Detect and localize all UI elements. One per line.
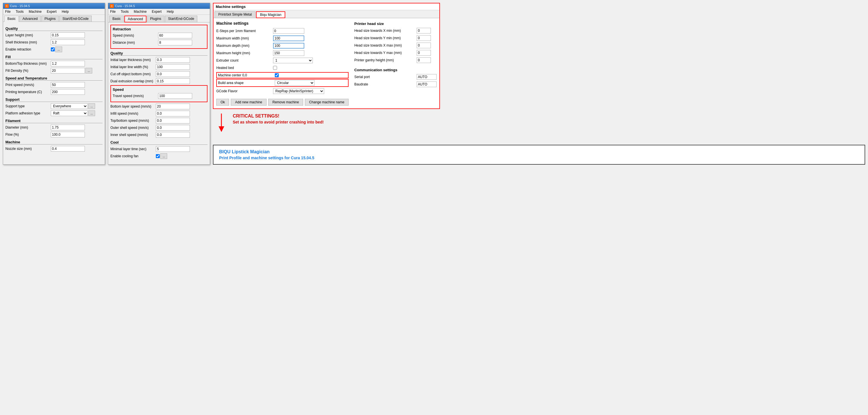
gantry-height-label: Printer gantry height (mm) — [354, 58, 417, 62]
infill-speed-input[interactable] — [156, 111, 190, 116]
menu-machine-2[interactable]: Machine — [133, 9, 147, 14]
tab-startend-2[interactable]: Start/End-GCode — [165, 15, 197, 22]
retraction-distance-input[interactable] — [158, 40, 192, 45]
max-height-input[interactable] — [273, 50, 304, 56]
menu-expert-2[interactable]: Expert — [151, 9, 163, 14]
travel-speed-input[interactable] — [158, 93, 192, 99]
diameter-input[interactable] — [51, 125, 85, 130]
max-width-input[interactable] — [273, 35, 304, 41]
menu-machine-1[interactable]: Machine — [28, 9, 42, 14]
topbottom-speed-input[interactable] — [156, 118, 190, 124]
machine-left-col: Machine settings E-Steps per 1mm filamen… — [216, 21, 348, 105]
min-layer-time-label: Minimal layer time (sec) — [111, 147, 156, 151]
retraction-distance-row: Distance (mm) — [113, 39, 205, 46]
bottom-layer-speed-row: Bottom layer speed (mm/s) — [111, 103, 208, 109]
shell-thickness-row: Shell thickness (mm) — [5, 39, 102, 45]
extruder-count-select[interactable]: 1 2 — [273, 58, 313, 63]
filament-section-title: Filament — [5, 119, 102, 123]
tab-startend-1[interactable]: Start/End-GCode — [59, 15, 92, 22]
bottom-top-thickness-input[interactable] — [51, 61, 85, 66]
outer-shell-speed-input[interactable] — [156, 125, 190, 131]
machine-buttons-row: Ok Add new machine Remove machine Change… — [216, 97, 348, 105]
head-y-min-input[interactable] — [417, 35, 431, 41]
flow-input[interactable] — [51, 132, 85, 137]
fill-density-input[interactable] — [51, 68, 85, 73]
menu-expert-1[interactable]: Expert — [46, 9, 58, 14]
cut-off-input[interactable] — [156, 71, 190, 77]
menu-help-2[interactable]: Help — [166, 9, 175, 14]
esteps-input[interactable] — [273, 28, 304, 34]
retraction-dots-btn[interactable]: ... — [55, 46, 62, 52]
remove-machine-button[interactable]: Remove machine — [268, 99, 303, 105]
heated-bed-checkbox[interactable] — [273, 66, 277, 70]
ok-button[interactable]: Ok — [216, 99, 229, 105]
head-x-max-input[interactable] — [417, 42, 431, 48]
print-temp-input[interactable] — [51, 89, 85, 95]
max-depth-label: Maximum depth (mm) — [216, 44, 273, 48]
retraction-distance-label: Distance (mm) — [113, 41, 158, 44]
print-temp-row: Printing temperature (C) — [5, 89, 102, 95]
support-type-select[interactable]: Everywhere Touching buildplate None — [51, 103, 88, 109]
platform-adhesion-select[interactable]: Raft Brim None — [51, 110, 88, 116]
max-height-label: Maximum height (mm) — [216, 51, 273, 55]
fill-density-row: Fill Density (%) ... — [5, 68, 102, 74]
fill-section-title: Fill — [5, 55, 102, 59]
menu-bar-1: File Tools Machine Expert Help — [3, 9, 105, 15]
topbottom-speed-row: Top/bottom speed (mm/s) — [111, 118, 208, 124]
printer-tab-bar: Printrbot Simple Metal Biqu Magician — [213, 10, 439, 18]
machine-center-checkbox[interactable] — [275, 73, 279, 77]
init-layer-thickness-row: Initial layer thickness (mm) — [111, 57, 208, 63]
gcode-flavor-select[interactable]: RepRap (Marlin/Sprinter) UltiGCode Mach3… — [273, 88, 324, 94]
top-section: Machine settings Printrbot Simple Metal … — [213, 3, 865, 136]
max-depth-row: Maximum depth (mm) — [216, 42, 348, 49]
print-speed-row: Print speed (mm/s) — [5, 82, 102, 88]
menu-tools-1[interactable]: Tools — [15, 9, 24, 14]
tab-plugins-1[interactable]: Plugins — [41, 15, 59, 22]
basic-settings-window: C Cura - 15.04.5 File Tools Machine Expe… — [3, 3, 105, 165]
init-layer-width-input[interactable] — [156, 64, 190, 70]
tab-plugins-2[interactable]: Plugins — [147, 15, 164, 22]
min-layer-time-input[interactable] — [156, 146, 190, 152]
tab-advanced-1[interactable]: Advanced — [19, 15, 40, 22]
machine-content-area: Machine settings E-Steps per 1mm filamen… — [213, 18, 439, 108]
baudrate-input[interactable] — [417, 82, 437, 87]
gantry-height-input[interactable] — [417, 57, 431, 63]
nozzle-size-input[interactable] — [51, 146, 85, 152]
cooling-fan-dots-btn[interactable]: ... — [160, 153, 167, 159]
platform-adhesion-dots-btn[interactable]: ... — [88, 110, 95, 116]
menu-help-1[interactable]: Help — [61, 9, 69, 14]
menu-tools-2[interactable]: Tools — [120, 9, 129, 14]
tab-basic-2[interactable]: Basic — [109, 15, 124, 22]
serial-port-input[interactable] — [417, 74, 437, 80]
menu-file-1[interactable]: File — [4, 9, 11, 14]
init-layer-width-row: Initial layer line width (%) — [111, 64, 208, 70]
cooling-fan-checkbox[interactable] — [156, 154, 160, 158]
shell-thickness-input[interactable] — [51, 39, 85, 45]
max-depth-input[interactable] — [273, 43, 304, 49]
dual-extrusion-input[interactable] — [156, 78, 190, 84]
head-x-min-input[interactable] — [417, 28, 431, 33]
printer-tab-biqu[interactable]: Biqu Magician — [256, 11, 285, 18]
platform-adhesion-label: Platform adhesion type — [5, 111, 51, 115]
fill-density-dots-btn[interactable]: ... — [86, 68, 92, 73]
init-layer-thickness-input[interactable] — [156, 57, 190, 63]
printer-tab-printrbot[interactable]: Printrbot Simple Metal — [215, 11, 255, 18]
inner-shell-speed-row: Inner shell speed (mm/s) — [111, 132, 208, 138]
machine-settings-header: Machine settings — [213, 3, 439, 10]
print-speed-input[interactable] — [51, 82, 85, 88]
retraction-title: Retraction — [113, 27, 205, 31]
shell-thickness-label: Shell thickness (mm) — [5, 40, 51, 44]
tab-advanced-2[interactable]: Advanced — [124, 15, 146, 23]
inner-shell-speed-input[interactable] — [156, 132, 190, 138]
enable-retraction-checkbox[interactable] — [51, 47, 55, 52]
bottom-layer-speed-input[interactable] — [156, 104, 190, 109]
support-type-dots-btn[interactable]: ... — [88, 103, 95, 109]
menu-file-2[interactable]: File — [109, 9, 116, 14]
build-area-select[interactable]: Circular Square — [275, 80, 314, 86]
head-y-max-input[interactable] — [417, 50, 431, 56]
tab-basic-1[interactable]: Basic — [4, 15, 19, 22]
change-machine-name-button[interactable]: Change machine name — [305, 99, 348, 105]
layer-height-input[interactable] — [51, 32, 85, 38]
retraction-speed-input[interactable] — [158, 33, 192, 38]
add-machine-button[interactable]: Add new machine — [231, 99, 266, 105]
